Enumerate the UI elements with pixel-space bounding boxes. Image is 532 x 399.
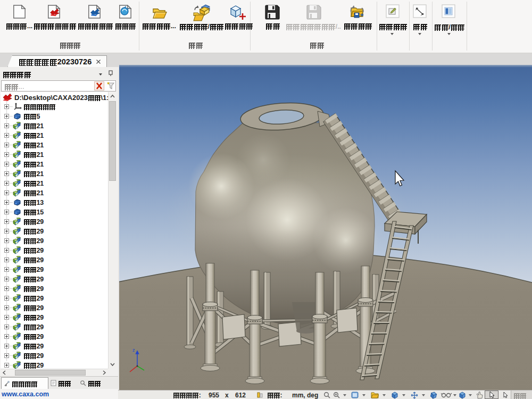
svg-text:z: z (132, 347, 135, 353)
